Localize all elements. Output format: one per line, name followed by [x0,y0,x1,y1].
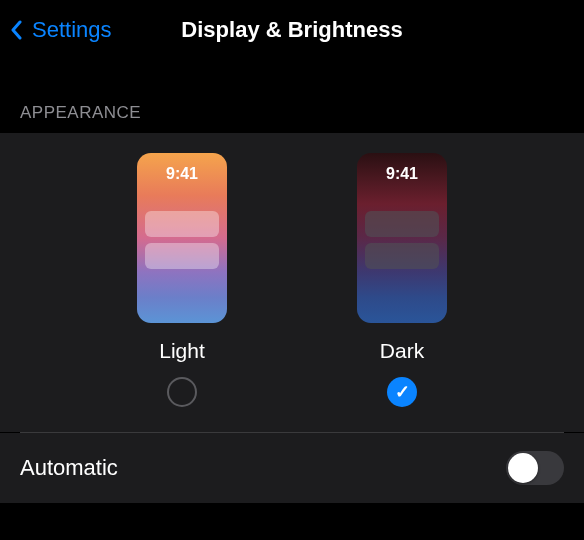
light-preview: 9:41 [137,153,227,323]
back-label: Settings [32,17,112,43]
automatic-toggle[interactable] [506,451,564,485]
light-label: Light [159,339,205,363]
preview-widget [145,211,219,237]
spacer [0,60,584,85]
appearance-option-dark[interactable]: 9:41 Dark ✓ [357,153,447,407]
preview-widget [365,211,439,237]
preview-time: 9:41 [357,165,447,183]
dark-label: Dark [380,339,424,363]
page-title: Display & Brightness [181,17,402,43]
light-radio[interactable] [167,377,197,407]
appearance-section: 9:41 Light 9:41 Dark ✓ [0,133,584,432]
preview-widget [145,243,219,269]
automatic-label: Automatic [20,455,118,481]
section-header-appearance: APPEARANCE [0,85,584,133]
navigation-bar: Settings Display & Brightness [0,0,584,60]
automatic-row: Automatic [0,433,584,503]
dark-radio[interactable]: ✓ [387,377,417,407]
appearance-options: 9:41 Light 9:41 Dark ✓ [0,153,584,407]
checkmark-icon: ✓ [395,381,410,403]
chevron-left-icon [10,16,28,44]
preview-time: 9:41 [137,165,227,183]
preview-widget [365,243,439,269]
dark-preview: 9:41 [357,153,447,323]
toggle-knob [508,453,538,483]
appearance-option-light[interactable]: 9:41 Light [137,153,227,407]
back-button[interactable]: Settings [10,16,112,44]
